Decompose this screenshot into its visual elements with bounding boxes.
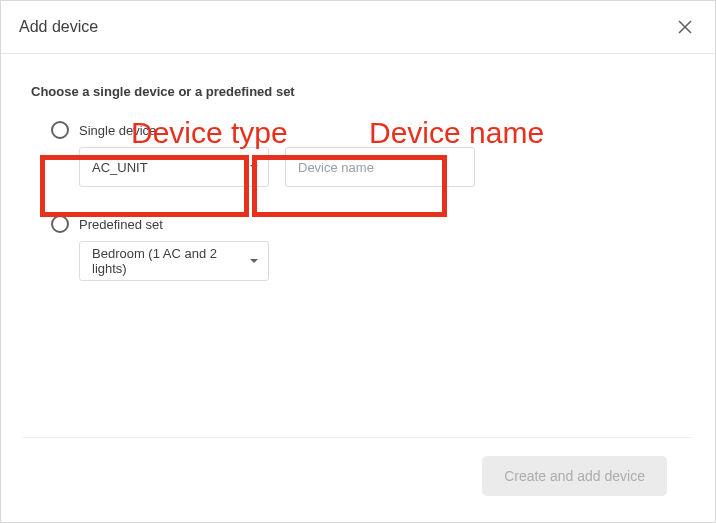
single-device-fields: AC_UNIT — [31, 147, 685, 187]
device-type-select-wrap: AC_UNIT — [79, 147, 269, 187]
radio-predefined-set[interactable] — [51, 215, 69, 233]
device-type-select[interactable]: AC_UNIT — [79, 147, 269, 187]
add-device-dialog: Add device Choose a single device or a p… — [0, 0, 716, 523]
close-icon — [677, 19, 693, 35]
create-add-device-button[interactable]: Create and add device — [482, 456, 667, 496]
dialog-footer: Create and add device — [23, 437, 693, 522]
predefined-select[interactable]: Bedroom (1 AC and 2 lights) — [79, 241, 269, 281]
caret-down-icon — [250, 165, 258, 169]
close-button[interactable] — [673, 15, 697, 39]
device-type-value: AC_UNIT — [92, 160, 148, 175]
radio-row-single: Single device — [31, 121, 685, 139]
radio-single-device[interactable] — [51, 121, 69, 139]
predefined-select-wrap: Bedroom (1 AC and 2 lights) — [79, 241, 269, 281]
dialog-content: Choose a single device or a predefined s… — [1, 54, 715, 437]
caret-down-icon — [250, 259, 258, 263]
section-label: Choose a single device or a predefined s… — [31, 84, 685, 99]
predefined-fields: Bedroom (1 AC and 2 lights) — [31, 241, 685, 281]
dialog-header: Add device — [1, 1, 715, 54]
dialog-title: Add device — [19, 18, 98, 36]
radio-predefined-label: Predefined set — [79, 217, 163, 232]
radio-single-label: Single device — [79, 123, 156, 138]
radio-row-predefined: Predefined set — [31, 215, 685, 233]
predefined-value: Bedroom (1 AC and 2 lights) — [92, 246, 234, 276]
device-name-input[interactable] — [285, 147, 475, 187]
